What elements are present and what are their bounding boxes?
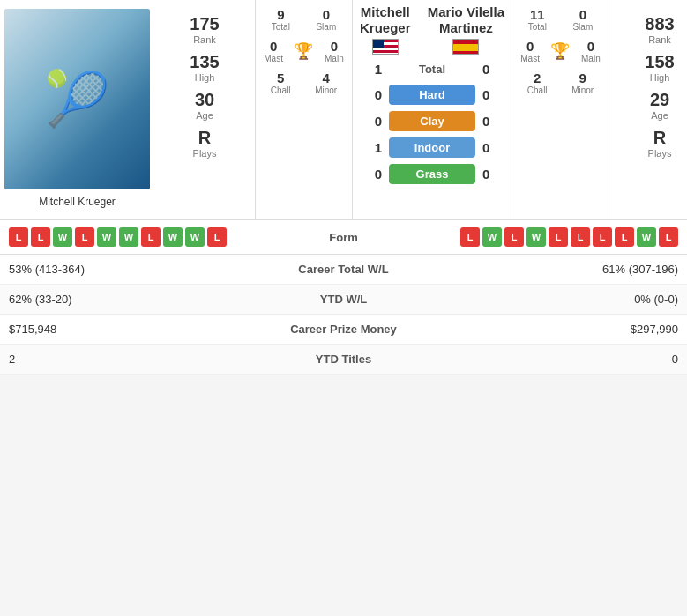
left-mast-value: 0 [264,39,283,54]
player-names-row: Mitchell Krueger Mario Vilella Martinez [360,4,504,55]
right-high-value: 158 [612,52,687,72]
indoor-button[interactable]: Indoor [389,137,475,158]
left-total-slam-row: 9 Total 0 Slam [258,7,349,32]
left-mast-label: Mast [264,54,283,63]
right-main-value: 0 [581,39,601,54]
stats-row: $715,948Career Prize Money$297,990 [0,315,687,345]
right-age-block: 29 Age [612,90,687,121]
right-slam-value: 0 [572,7,593,22]
right-total-value: 11 [528,7,547,22]
grass-right-score: 0 [482,167,504,182]
grass-left-score: 0 [360,167,382,182]
form-badge-right: W [526,227,546,247]
right-mast-block: 0 Mast [520,39,540,63]
right-plays-value: R [612,128,687,148]
indoor-left-score: 1 [360,140,382,155]
right-main-block: 0 Main [581,39,601,63]
form-badge-right: L [659,227,678,247]
stats-left-value: 2 [9,353,256,366]
right-age-label: Age [612,110,687,121]
right-slam-label: Slam [572,22,593,32]
hard-button[interactable]: Hard [389,85,475,105]
right-total-block: 11 Total [528,7,547,32]
comparison-section: 🎾 Mitchell Krueger 175 Rank 135 High 30 … [0,0,687,219]
stats-center-label: YTD W/L [256,293,432,306]
hard-surface-row: 0 Hard 0 [360,85,504,105]
form-label: Form [300,231,388,244]
stats-left-value: $715,948 [9,323,256,336]
right-form: LWLWLLLLWL [388,227,679,247]
left-mast-block: 0 Mast [264,39,283,63]
left-name-line2: Krueger [360,20,411,36]
hard-right-score: 0 [482,87,504,102]
clay-left-score: 0 [360,114,382,129]
form-badge-left: W [53,227,72,247]
left-player-name-label: Mitchell Krueger [4,194,150,210]
main-container: 🎾 Mitchell Krueger 175 Rank 135 High 30 … [0,0,687,375]
form-badge-left: L [75,227,94,247]
left-form: LLWLWWLWWL [9,227,300,247]
left-slam-block: 0 Slam [316,7,336,32]
left-rank-label: Rank [157,34,252,45]
right-chall-value: 2 [527,71,548,85]
stats-row: 62% (33-20)YTD W/L0% (0-0) [0,285,687,315]
form-badge-right: L [571,227,590,247]
clay-button[interactable]: Clay [389,111,475,131]
form-badge-left: L [207,227,227,247]
form-badge-left: W [97,227,116,247]
left-main-label: Main [325,54,344,63]
left-plays-label: Plays [157,148,252,159]
stats-left-value: 62% (33-20) [9,293,256,306]
grass-button[interactable]: Grass [389,164,475,184]
hard-left-score: 0 [360,87,382,102]
left-mast-main-row: 0 Mast 🏆 0 Main [258,39,349,63]
grass-surface-row: 0 Grass 0 [360,164,504,184]
form-badge-right: L [615,227,634,247]
right-rank-block: 883 Rank [612,14,687,45]
right-name-line2: Martinez [428,20,504,36]
right-flag [428,39,504,55]
left-total-value: 9 [272,7,290,22]
clay-right-score: 0 [482,114,504,129]
right-mast-label: Mast [520,54,540,63]
left-minor-value: 4 [315,71,337,85]
right-trophy-icon: 🏆 [550,39,570,63]
left-main-value: 0 [325,39,344,54]
right-titles-panel: 11 Total 0 Slam 0 Mast 🏆 0 Main [512,0,609,219]
right-high-block: 158 High [612,52,687,83]
form-badge-left: W [163,227,183,247]
form-badge-left: L [31,227,50,247]
right-stats-panel: 883 Rank 158 High 29 Age R Plays [609,0,687,219]
left-player-photo-section: 🎾 Mitchell Krueger [0,0,154,219]
form-badge-right: L [549,227,568,247]
left-chall-label: Chall [271,85,291,95]
left-total-block: 9 Total [272,7,290,32]
right-chall-block: 2 Chall [527,71,548,95]
left-minor-label: Minor [315,85,337,95]
stats-center-label: Career Total W/L [256,263,432,276]
left-total-label: Total [272,22,290,32]
right-total-slam-row: 11 Total 0 Slam [515,7,606,32]
stats-row: 2YTD Titles0 [0,345,687,375]
stats-center-label: YTD Titles [256,353,432,366]
left-trophy-icon: 🏆 [294,39,313,63]
total-label: Total [382,60,482,78]
stats-right-value: $297,990 [432,323,679,336]
form-badge-left: W [119,227,138,247]
form-badge-right: W [482,227,502,247]
right-total-label: Total [528,22,547,32]
left-high-label: High [157,72,252,83]
right-slam-block: 0 Slam [572,7,593,32]
form-section: LLWLWWLWWL Form LWLWLLLLWL [0,219,687,255]
left-age-value: 30 [157,90,252,110]
right-chall-label: Chall [527,85,548,95]
left-age-block: 30 Age [157,90,252,121]
right-plays-block: R Plays [612,128,687,159]
left-stats-panel: 175 Rank 135 High 30 Age R Plays [154,0,256,219]
indoor-surface-row: 1 Indoor 0 [360,137,504,158]
left-age-label: Age [157,110,252,121]
left-high-block: 135 High [157,52,252,83]
right-age-value: 29 [612,90,687,110]
right-mast-main-row: 0 Mast 🏆 0 Main [515,39,606,63]
form-badge-right: L [504,227,524,247]
